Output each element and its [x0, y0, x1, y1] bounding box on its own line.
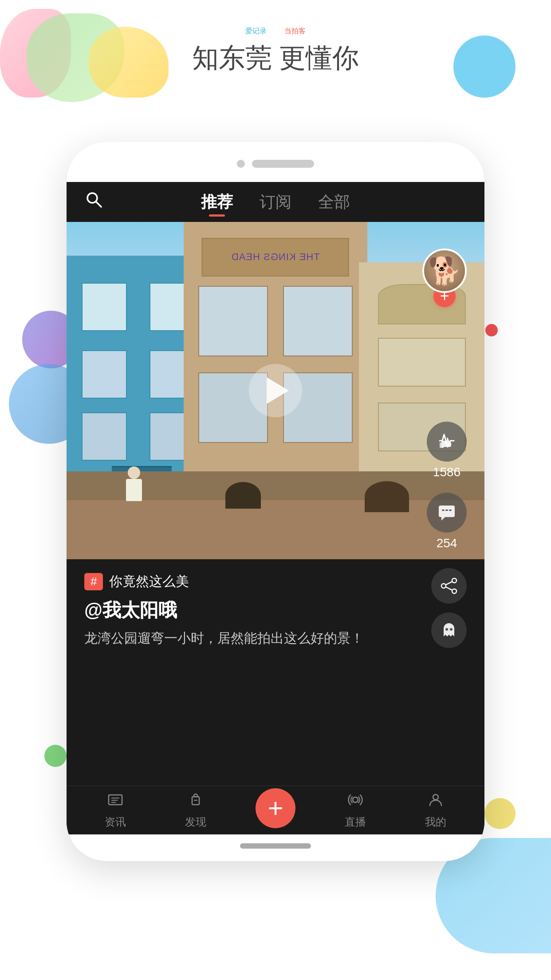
tag-line: # 你竟然这么美 — [84, 573, 467, 591]
right-actions: 1586 254 — [427, 422, 467, 550]
app-content: 推荐 订阅 全部 — [67, 182, 484, 834]
svg-line-10 — [445, 581, 453, 585]
bush-right — [365, 481, 409, 512]
bottom-tab-bar: 资讯 发现 + — [67, 786, 484, 834]
comment-count: 254 — [437, 536, 457, 550]
tab-mine[interactable]: 我的 — [396, 791, 476, 829]
tab-all[interactable]: 全部 — [318, 191, 350, 213]
tag-text: 你竟然这么美 — [109, 573, 189, 591]
bush-left — [225, 482, 261, 509]
svg-point-20 — [353, 797, 358, 802]
tab-add[interactable]: + — [236, 788, 315, 833]
description: 龙湾公园遛弯一小时，居然能拍出这么好的景！ — [84, 628, 467, 648]
tagline-cyan: 爱记录 — [245, 27, 267, 35]
person-figure — [125, 466, 143, 502]
svg-rect-5 — [445, 510, 448, 511]
tab-subscribe[interactable]: 订阅 — [260, 191, 291, 213]
phone-home-indicator — [240, 843, 311, 849]
nav-tabs: 推荐 订阅 全部 — [201, 191, 350, 213]
share-button[interactable] — [431, 568, 467, 604]
like-count: 1586 — [433, 465, 460, 479]
svg-point-9 — [452, 589, 457, 593]
header: 爱记录当拍客 知东莞 更懂你 — [0, 27, 551, 76]
phone-mockup: 推荐 订阅 全部 — [67, 142, 484, 861]
ai-filter-button[interactable] — [431, 612, 467, 648]
mine-label: 我的 — [425, 815, 446, 829]
tab-recommended[interactable]: 推荐 — [201, 191, 233, 213]
svg-point-8 — [441, 584, 446, 588]
video-area[interactable]: THE KINGS HEAD — [67, 222, 484, 559]
tagline-line2: 知东莞 更懂你 — [0, 40, 551, 76]
discover-label: 发现 — [185, 815, 206, 829]
svg-point-12 — [445, 628, 448, 631]
news-label: 资讯 — [105, 815, 126, 829]
svg-point-13 — [450, 628, 453, 631]
username[interactable]: @我太阳哦 — [84, 598, 467, 623]
phone-camera-dot — [237, 160, 245, 168]
avatar-follow-group: 🐕 + — [422, 249, 467, 307]
deco-blob-yellow-bottom-right — [484, 798, 516, 829]
tab-news[interactable]: 资讯 — [75, 791, 155, 829]
svg-rect-6 — [449, 510, 452, 511]
news-icon — [107, 791, 124, 812]
live-label: 直播 — [345, 815, 366, 829]
discover-icon — [187, 791, 204, 812]
tab-live[interactable]: 直播 — [315, 791, 395, 829]
svg-line-1 — [96, 202, 101, 207]
right-share-group — [431, 568, 467, 648]
tagline-red: 当拍客 — [284, 27, 306, 35]
tagline-line1: 爱记录当拍客 — [0, 27, 551, 36]
tab-discover[interactable]: 发现 — [155, 791, 235, 829]
search-icon[interactable] — [84, 190, 104, 214]
svg-rect-4 — [442, 510, 445, 511]
deco-blob-red-right — [485, 324, 498, 336]
svg-point-21 — [433, 794, 438, 800]
comment-icon-wrap — [427, 493, 467, 533]
like-icon-wrap — [427, 422, 467, 462]
live-icon — [347, 791, 364, 812]
svg-point-7 — [452, 578, 457, 583]
play-triangle-icon — [267, 377, 289, 404]
phone-top-bar — [237, 160, 314, 168]
like-button[interactable]: 1586 — [427, 422, 467, 479]
bottom-info: # 你竟然这么美 @我太阳哦 龙湾公园遛弯一小时，居然能拍出这么好的景！ — [67, 559, 484, 786]
nav-bar: 推荐 订阅 全部 — [67, 182, 484, 222]
deco-blob-green-bottom — [44, 745, 67, 767]
comment-button[interactable]: 254 — [427, 493, 467, 550]
svg-rect-2 — [439, 506, 455, 517]
mine-icon — [427, 791, 444, 812]
svg-marker-3 — [441, 517, 445, 521]
play-button[interactable] — [249, 364, 302, 417]
wooden-deck — [67, 498, 484, 559]
phone-speaker — [252, 160, 314, 168]
add-icon[interactable]: + — [256, 788, 295, 828]
hashtag-icon: # — [84, 573, 103, 590]
avatar[interactable]: 🐕 — [422, 249, 467, 293]
avatar-image: 🐕 — [424, 250, 465, 291]
svg-line-11 — [445, 587, 453, 590]
